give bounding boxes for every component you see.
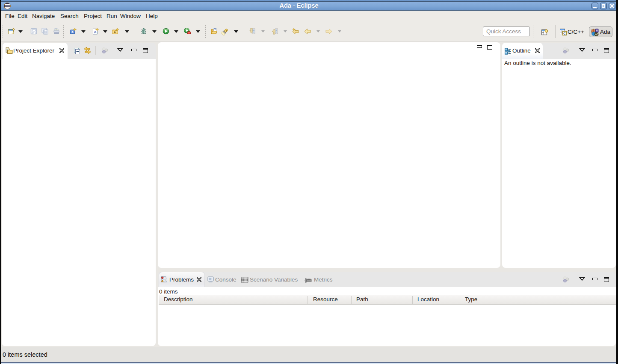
svg-text:A: A <box>114 30 116 34</box>
svg-text:A: A <box>94 30 96 34</box>
svg-text:A: A <box>71 30 74 34</box>
svg-text:C: C <box>563 32 566 35</box>
